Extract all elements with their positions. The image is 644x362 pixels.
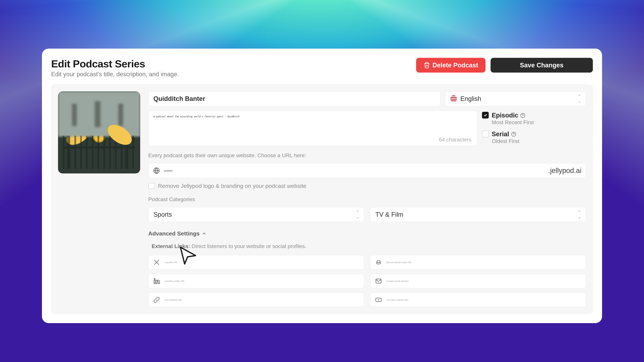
serial-sub: Oldest First <box>492 138 519 144</box>
header-actions: Delete Podcast Save Changes <box>416 58 593 72</box>
page-subtitle: Edit your podcast's title, description, … <box>51 71 179 78</box>
episodic-checkbox[interactable] <box>482 112 489 118</box>
save-changes-label: Save Changes <box>520 62 564 69</box>
chevron-updown-icon: ⌃⌄ <box>356 210 359 219</box>
website-url-wrap: .jellypod.ai <box>148 163 586 178</box>
serial-title-row: Serial <box>492 131 519 138</box>
linkedin-url-input-wrap <box>148 274 364 288</box>
svg-point-5 <box>378 262 378 263</box>
page-title: Edit Podcast Series <box>51 58 179 70</box>
delete-podcast-label: Delete Podcast <box>432 62 478 69</box>
header-text-block: Edit Podcast Series Edit your podcast's … <box>51 58 179 78</box>
episodic-text: Episodic Most Recent First <box>492 112 534 125</box>
podcast-title-input[interactable] <box>154 95 435 102</box>
episodic-sub: Most Recent First <box>492 119 534 125</box>
podcast-artwork[interactable] <box>58 91 140 173</box>
episodic-title: Episodic <box>492 112 518 119</box>
category-secondary-value: TV & Film <box>375 211 403 218</box>
link-icon <box>153 296 160 303</box>
x-icon <box>153 259 160 266</box>
external-links-prefix: External Links: <box>152 243 190 249</box>
contact-email-input[interactable] <box>386 280 581 282</box>
check-icon <box>483 113 488 117</box>
card-header: Edit Podcast Series Edit your podcast's … <box>51 58 593 78</box>
chevron-updown-icon: ⌃⌄ <box>578 210 581 219</box>
discord-url-input[interactable] <box>386 261 581 264</box>
svg-rect-7 <box>154 280 155 284</box>
external-links-label: External Links: Direct listeners to your… <box>152 243 586 249</box>
website-hint: Every podcast gets their own unique webs… <box>148 152 586 159</box>
ordering-options: Episodic Most Recent First <box>482 111 586 146</box>
contact-email-input-wrap <box>370 274 586 288</box>
remove-branding-checkbox[interactable] <box>148 183 155 189</box>
serial-title: Serial <box>492 131 509 138</box>
discord-url-input-wrap <box>370 255 586 270</box>
remove-branding-row[interactable]: Remove Jellypod logo & branding on your … <box>148 183 586 189</box>
external-links-rest: Direct listeners to your website or soci… <box>190 243 306 249</box>
fields-column: English ⌃⌄ 64 characters <box>148 91 586 307</box>
external-links-grid <box>148 255 586 307</box>
flag-us-icon <box>450 95 457 102</box>
ordering-serial-row[interactable]: Serial Oldest First <box>482 131 586 144</box>
chevron-updown-icon: ⌃⌄ <box>578 94 581 103</box>
website-url-input[interactable] <box>164 299 359 301</box>
content-panel: English ⌃⌄ 64 characters <box>51 84 593 314</box>
website-slug-input[interactable] <box>164 169 544 172</box>
youtube-icon <box>375 296 382 303</box>
youtube-url-input-wrap <box>370 293 586 307</box>
language-select[interactable]: English ⌃⌄ <box>445 91 586 106</box>
category-primary-value: Sports <box>154 211 172 218</box>
edit-podcast-card: Edit Podcast Series Edit your podcast's … <box>42 49 602 323</box>
description-wrap: 64 characters <box>148 111 477 146</box>
delete-podcast-button[interactable]: Delete Podcast <box>416 58 486 72</box>
globe-icon <box>153 167 160 174</box>
advanced-settings-label: Advanced Settings <box>148 230 200 237</box>
mail-icon <box>375 278 382 285</box>
remove-branding-label: Remove Jellypod logo & branding on your … <box>158 183 306 189</box>
episodic-title-row: Episodic <box>492 112 534 119</box>
language-value: English <box>460 95 481 102</box>
svg-point-1 <box>522 116 523 117</box>
description-char-count: 64 characters <box>438 136 472 144</box>
help-icon[interactable] <box>511 131 516 137</box>
serial-text: Serial Oldest First <box>492 131 519 144</box>
serial-checkbox[interactable] <box>482 131 489 137</box>
save-changes-button[interactable]: Save Changes <box>490 58 593 72</box>
category-primary-select[interactable]: Sports ⌃⌄ <box>148 207 364 222</box>
categories-label: Podcast Categories <box>148 196 586 202</box>
podcast-title-input-wrap <box>148 91 440 106</box>
linkedin-icon <box>153 278 160 285</box>
x-url-input-wrap <box>148 255 364 270</box>
podcast-description-input[interactable] <box>154 115 472 136</box>
ordering-episodic-row[interactable]: Episodic Most Recent First <box>482 112 586 125</box>
discord-icon <box>375 259 382 266</box>
website-url-input-wrap <box>148 293 364 307</box>
chevron-up-icon <box>202 231 206 236</box>
trash-icon <box>424 62 430 68</box>
svg-point-6 <box>379 262 380 263</box>
website-suffix: .jellypod.ai <box>548 167 582 175</box>
help-icon[interactable] <box>520 113 526 118</box>
youtube-url-input[interactable] <box>386 299 581 301</box>
svg-point-3 <box>513 135 514 135</box>
x-url-input[interactable] <box>164 261 359 264</box>
category-secondary-select[interactable]: TV & Film ⌃⌄ <box>370 207 586 222</box>
linkedin-url-input[interactable] <box>164 280 359 282</box>
advanced-settings-toggle[interactable]: Advanced Settings <box>148 230 586 237</box>
svg-point-8 <box>154 278 155 280</box>
